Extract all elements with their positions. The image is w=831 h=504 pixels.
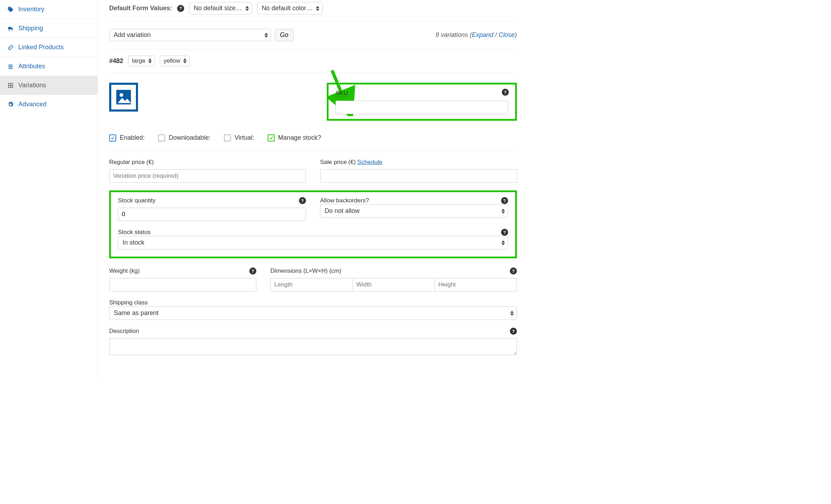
- variation-flags: Enabled: Downloadable: Virtual: Manage s…: [109, 130, 517, 151]
- description-label: Description: [109, 328, 139, 335]
- variation-id: #482: [109, 57, 123, 65]
- tab-label: Shipping: [18, 25, 43, 32]
- link-icon: [7, 44, 14, 51]
- help-icon[interactable]: ?: [510, 328, 517, 335]
- default-size-select[interactable]: No default size…: [189, 2, 252, 14]
- downloadable-checkbox[interactable]: [158, 134, 165, 141]
- tab-inventory[interactable]: Inventory: [0, 0, 98, 19]
- add-variation-toolbar: Add variation Go 9 variations (Expand / …: [109, 21, 517, 49]
- go-button[interactable]: Go: [275, 29, 294, 41]
- variation-count-summary: 9 variations (Expand / Close): [436, 31, 517, 39]
- description-textarea[interactable]: [109, 338, 517, 355]
- help-icon[interactable]: ?: [299, 197, 306, 204]
- tab-linked-products[interactable]: Linked Products: [0, 38, 98, 57]
- tab-label: Linked Products: [18, 44, 64, 51]
- truck-icon: [7, 25, 14, 32]
- manage-stock-checkbox[interactable]: [268, 134, 275, 141]
- dimensions-label: Dimensions (L×W×H) (cm): [270, 267, 341, 275]
- help-icon[interactable]: ?: [502, 89, 509, 96]
- sku-annotation-box: SKU ?: [327, 83, 517, 121]
- allow-backorders-label: Allow backorders?: [320, 197, 369, 204]
- default-form-values-label: Default Form Values:: [109, 5, 172, 12]
- help-icon[interactable]: ?: [249, 267, 256, 275]
- tab-shipping[interactable]: Shipping: [0, 19, 98, 38]
- tab-label: Inventory: [18, 6, 44, 13]
- shipping-class-select[interactable]: Same as parent: [109, 306, 517, 320]
- default-color-select[interactable]: No default color…: [257, 2, 323, 14]
- tab-advanced[interactable]: Advanced: [0, 95, 98, 114]
- variation-image-upload[interactable]: [109, 83, 138, 112]
- variations-panel: Default Form Values: ? No default size… …: [98, 0, 528, 381]
- manage-stock-label: Manage stock?: [278, 134, 321, 141]
- tab-variations[interactable]: Variations: [0, 76, 98, 95]
- sku-label: SKU: [336, 90, 348, 97]
- regular-price-input[interactable]: [109, 169, 306, 183]
- help-icon[interactable]: ?: [501, 229, 508, 236]
- product-data-tabs: Inventory Shipping Linked Products Attri…: [0, 0, 98, 381]
- variation-action-select[interactable]: Add variation: [109, 29, 271, 41]
- weight-input[interactable]: [109, 278, 256, 291]
- variation-attr-color[interactable]: yellow: [160, 56, 190, 66]
- help-icon[interactable]: ?: [177, 5, 184, 12]
- sale-price-input[interactable]: [320, 169, 517, 183]
- help-icon[interactable]: ?: [501, 197, 508, 204]
- sale-price-label: Sale price (€): [320, 159, 357, 165]
- expand-link[interactable]: Expand: [472, 31, 493, 38]
- schedule-link[interactable]: Schedule: [357, 159, 382, 165]
- stock-status-select[interactable]: In stock: [118, 236, 508, 250]
- regular-price-label: Regular price (€): [109, 159, 154, 166]
- tab-label: Variations: [18, 82, 46, 89]
- downloadable-label: Downloadable:: [169, 134, 211, 141]
- gear-icon: [7, 101, 14, 108]
- width-input[interactable]: [353, 278, 435, 291]
- list-icon: [7, 63, 14, 70]
- stock-quantity-label: Stock quantity: [118, 197, 156, 204]
- stock-status-label: Stock status: [118, 229, 151, 236]
- grid-icon: [7, 82, 14, 89]
- weight-label: Weight (kg): [109, 267, 140, 275]
- virtual-label: Virtual:: [235, 134, 254, 141]
- stock-annotation-box: Stock quantity? Allow backorders?? Do no…: [109, 190, 517, 258]
- enabled-label: Enabled:: [120, 134, 145, 141]
- length-input[interactable]: [270, 278, 353, 291]
- stock-quantity-input[interactable]: [118, 208, 306, 221]
- height-input[interactable]: [435, 278, 517, 291]
- enabled-checkbox[interactable]: [109, 134, 116, 141]
- virtual-checkbox[interactable]: [224, 134, 231, 141]
- help-icon[interactable]: ?: [510, 267, 517, 275]
- tab-label: Advanced: [18, 101, 46, 108]
- close-link[interactable]: Close: [499, 31, 515, 38]
- tag-icon: [7, 6, 14, 13]
- shipping-class-label: Shipping class: [109, 299, 148, 306]
- variation-header[interactable]: #482 large yellow: [109, 49, 517, 73]
- image-icon: [115, 88, 132, 106]
- sku-input[interactable]: [336, 101, 508, 114]
- svg-point-2: [120, 93, 123, 97]
- tab-attributes[interactable]: Attributes: [0, 57, 98, 76]
- default-form-values: Default Form Values: ? No default size… …: [109, 2, 517, 21]
- tab-label: Attributes: [18, 63, 45, 70]
- variation-attr-size[interactable]: large: [128, 56, 155, 66]
- allow-backorders-select[interactable]: Do not allow: [320, 204, 508, 218]
